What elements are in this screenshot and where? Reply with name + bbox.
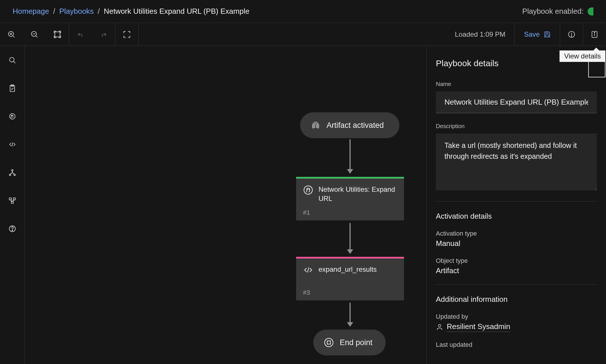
activation-type-label: Activation type: [436, 230, 597, 237]
svg-point-39: [438, 324, 441, 327]
start-node[interactable]: Artifact activated: [300, 112, 399, 138]
object-type-label: Object type: [436, 257, 597, 265]
script-node-title: expand_url_results: [318, 265, 377, 274]
divider: [436, 284, 597, 285]
breadcrumb-separator: /: [98, 7, 100, 16]
breadcrumb: Homepage / Playbooks / Network Utilities…: [13, 7, 249, 16]
svg-line-1: [13, 36, 14, 37]
fullscreen-icon[interactable]: [115, 23, 138, 46]
stop-icon: [324, 337, 334, 348]
user-icon: [436, 323, 443, 331]
activation-details-title: Activation details: [436, 212, 597, 221]
playbook-enabled-label: Playbook enabled:: [522, 7, 584, 16]
svg-line-17: [13, 61, 15, 63]
left-rail: [0, 46, 25, 364]
undo-icon[interactable]: [69, 23, 92, 46]
description-label: Description: [436, 123, 597, 130]
svg-rect-7: [55, 32, 60, 37]
code-icon[interactable]: [7, 139, 18, 150]
function-icon[interactable]: [7, 111, 18, 122]
zoom-out-icon[interactable]: [23, 23, 46, 46]
breadcrumb-current: Network Utilities Expand URL (PB) Exampl…: [104, 7, 250, 16]
svg-rect-38: [327, 341, 330, 344]
save-button[interactable]: Save: [515, 23, 560, 46]
svg-point-15: [594, 32, 595, 33]
description-textarea[interactable]: Take a url (mostly shortened) and follow…: [436, 134, 597, 190]
additional-info-title: Additional information: [436, 295, 597, 304]
name-label: Name: [436, 81, 597, 87]
help-icon[interactable]: [7, 223, 18, 234]
breadcrumb-separator: /: [53, 7, 55, 16]
flow-arrow: [349, 223, 351, 253]
svg-point-12: [571, 36, 572, 36]
svg-rect-30: [11, 201, 13, 203]
svg-rect-9: [545, 35, 549, 37]
breadcrumb-home-link[interactable]: Homepage: [13, 7, 49, 16]
start-node-label: Artifact activated: [327, 121, 384, 130]
enabled-toggle[interactable]: [588, 7, 593, 15]
tree-icon[interactable]: [7, 167, 18, 178]
function-icon: [303, 185, 313, 195]
updated-by-label: Updated by: [436, 313, 597, 320]
function-node[interactable]: Network Utilities: Expand URL #1: [296, 177, 404, 220]
fit-screen-icon[interactable]: [46, 23, 69, 46]
svg-point-23: [9, 174, 11, 175]
breadcrumb-playbooks-link[interactable]: Playbooks: [59, 7, 94, 16]
updated-by-value[interactable]: Resilient Sysadmin: [436, 322, 597, 332]
details-icon[interactable]: [583, 23, 606, 46]
function-node-title: Network Utilities: Expand URL: [318, 185, 397, 203]
search-icon[interactable]: [7, 54, 18, 66]
svg-point-34: [12, 230, 13, 231]
save-icon: [544, 31, 551, 38]
fingerprint-icon: [310, 120, 321, 130]
svg-line-5: [36, 36, 37, 37]
breadcrumb-bar: Homepage / Playbooks / Network Utilities…: [0, 0, 606, 23]
svg-point-22: [11, 170, 13, 171]
svg-point-20: [9, 113, 15, 119]
svg-point-37: [325, 338, 333, 347]
function-node-number: #1: [303, 209, 310, 216]
svg-line-27: [12, 173, 14, 174]
flow-arrow: [349, 303, 351, 326]
script-node[interactable]: expand_url_results #3: [296, 257, 404, 300]
details-panel: View details Playbook details Name Descr…: [427, 46, 606, 364]
loaded-timestamp: Loaded 1:09 PM: [446, 23, 515, 46]
flow-arrow: [349, 139, 351, 173]
name-input[interactable]: [436, 91, 597, 113]
script-node-number: #3: [303, 289, 310, 296]
zoom-in-icon[interactable]: [0, 23, 23, 46]
toolbar: Loaded 1:09 PM Save: [0, 23, 606, 46]
svg-rect-29: [13, 198, 15, 200]
last-updated-label: Last updated: [436, 341, 597, 349]
divider: [436, 201, 597, 201]
clipboard-icon[interactable]: [7, 83, 18, 94]
activation-type-value: Manual: [436, 239, 597, 248]
svg-line-21: [12, 142, 13, 146]
svg-point-16: [9, 57, 14, 62]
view-details-tooltip: View details: [560, 50, 605, 62]
code-icon: [303, 265, 313, 275]
workflow-icon[interactable]: [7, 195, 18, 206]
playbook-enabled-group: Playbook enabled:: [522, 7, 593, 16]
svg-point-35: [304, 186, 312, 194]
svg-point-24: [14, 174, 15, 175]
svg-line-36: [308, 267, 309, 273]
error-icon[interactable]: [560, 23, 583, 46]
flow-canvas[interactable]: Artifact activated Network Utilities: Ex…: [25, 46, 427, 364]
end-node[interactable]: End point: [313, 330, 386, 355]
end-node-label: End point: [340, 338, 372, 347]
redo-icon[interactable]: [92, 23, 115, 46]
object-type-value: Artifact: [436, 266, 597, 275]
svg-rect-8: [546, 32, 548, 34]
close-button[interactable]: [588, 60, 605, 77]
svg-line-26: [10, 173, 12, 174]
svg-rect-28: [9, 198, 11, 200]
